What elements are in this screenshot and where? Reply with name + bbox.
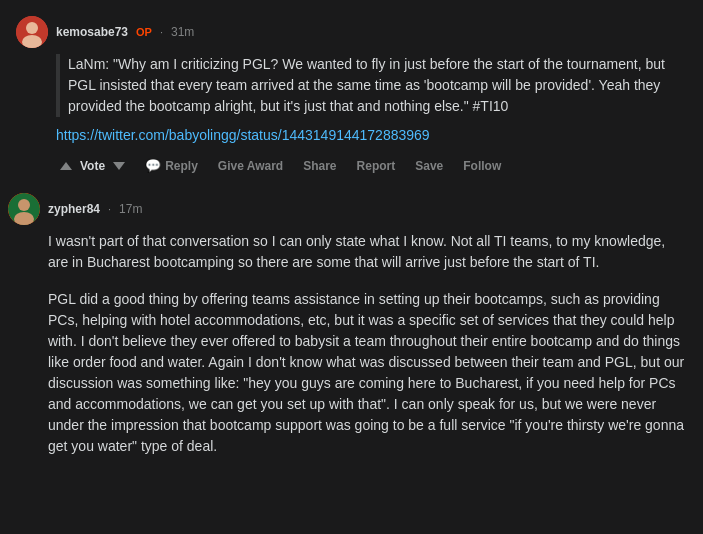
separator: · <box>160 26 163 38</box>
report-label: Report <box>357 159 396 173</box>
follow-label: Follow <box>463 159 501 173</box>
comment-thread: kemosabe73 OP · 31m LaNm: "Why am I crit… <box>0 0 703 481</box>
reply-button[interactable]: 💬 Reply <box>137 154 206 177</box>
award-label: Give Award <box>218 159 283 173</box>
avatar-kemosabe <box>16 16 48 48</box>
svg-point-1 <box>26 22 38 34</box>
comment-body-kemosabe: LaNm: "Why am I criticizing PGL? We want… <box>56 54 687 177</box>
vote-section: Vote <box>56 157 129 175</box>
report-button[interactable]: Report <box>349 155 404 177</box>
quote-text: LaNm: "Why am I criticizing PGL? We want… <box>68 54 687 117</box>
comment-zypher: zypher84 · 17m I wasn't part of that con… <box>0 185 703 473</box>
upvote-icon <box>60 162 72 170</box>
zypher-para1: I wasn't part of that conversation so I … <box>48 231 687 273</box>
downvote-button[interactable] <box>109 158 129 174</box>
action-bar-kemosabe: Vote 💬 Reply Give Award Share Report <box>56 154 687 177</box>
username-zypher[interactable]: zypher84 <box>48 202 100 216</box>
quote-block: LaNm: "Why am I criticizing PGL? We want… <box>56 54 687 117</box>
downvote-icon <box>113 162 125 170</box>
vote-count: Vote <box>80 157 105 175</box>
avatar-zypher <box>8 193 40 225</box>
timestamp-zypher: 17m <box>119 202 142 216</box>
zypher-para2: PGL did a good thing by offering teams a… <box>48 289 687 457</box>
save-button[interactable]: Save <box>407 155 451 177</box>
comment-body-zypher: I wasn't part of that conversation so I … <box>48 231 687 457</box>
share-button[interactable]: Share <box>295 155 344 177</box>
username-kemosabe[interactable]: kemosabe73 <box>56 25 128 39</box>
follow-button[interactable]: Follow <box>455 155 509 177</box>
twitter-link[interactable]: https://twitter.com/babyolingg/status/14… <box>56 125 687 146</box>
timestamp-kemosabe: 31m <box>171 25 194 39</box>
give-award-button[interactable]: Give Award <box>210 155 291 177</box>
upvote-button[interactable] <box>56 158 76 174</box>
reply-icon: 💬 <box>145 158 161 173</box>
share-label: Share <box>303 159 336 173</box>
svg-point-4 <box>18 199 30 211</box>
comment-header-zypher: zypher84 · 17m <box>8 193 687 225</box>
op-badge: OP <box>136 26 152 38</box>
save-label: Save <box>415 159 443 173</box>
reply-label: Reply <box>165 159 198 173</box>
comment-kemosabe: kemosabe73 OP · 31m LaNm: "Why am I crit… <box>0 8 703 185</box>
comment-header-kemosabe: kemosabe73 OP · 31m <box>16 16 687 48</box>
separator2: · <box>108 203 111 215</box>
